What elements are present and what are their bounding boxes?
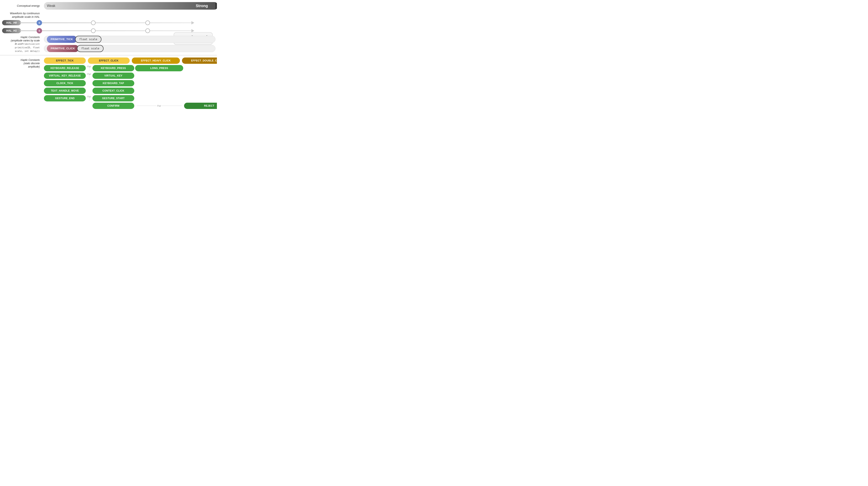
effect-double-click-pill[interactable]: EFFECT_DOUBLE_CLICK [182, 58, 217, 64]
context-click-pill[interactable]: CONTEXT_CLICK [92, 88, 134, 94]
effect-tick-pill[interactable]: EFFECT_TICK [44, 58, 86, 64]
section-divider [0, 55, 217, 56]
waveform-label-row: Waveform by continuousamplitude scale in… [0, 12, 217, 19]
pair-label-4: Pair [157, 104, 161, 107]
primitive-tick-pill-group: PRIMITIVE_TICK float scale [47, 36, 101, 43]
hal-h0-mid-dot-1 [91, 21, 96, 25]
primitive-click-pill-group: PRIMITIVE_CLICK float scale [47, 45, 103, 52]
pair-label-1: Pair [87, 65, 91, 68]
primitive-tick-row: PRIMITIVE_TICK float scale [44, 36, 215, 43]
energy-weak-label: Weak [47, 4, 55, 8]
hal-h0-track: S [20, 22, 191, 23]
effect-click-pill[interactable]: EFFECT_CLICK [88, 58, 130, 64]
waveform-label: Waveform by continuousamplitude scale in… [2, 12, 44, 19]
hal-h0-mid-dot-2 [145, 21, 150, 25]
primitive-tick-param: float scale [75, 36, 101, 43]
keyboard-press-pill[interactable]: KEYBOARD_PRESS [92, 65, 134, 71]
primitive-click-row: PRIMITIVE_CLICK float scale [44, 45, 215, 52]
hal-h1-row: HAL_H1 S [0, 28, 217, 34]
hal-h0-slider: S [20, 20, 217, 26]
gesture-start-pill[interactable]: GESTURE_START [92, 95, 134, 101]
keyboard-release-pill[interactable]: KEYBOARD_RELEASE [44, 65, 86, 71]
hal-h1-track: S [20, 30, 191, 31]
long-press-pill[interactable]: LONG_PRESS [135, 65, 183, 71]
haptic-bottom-label: Haptic Constants(static discreteamplitud… [2, 58, 44, 109]
hal-h0-row: HAL_H0 S Composeddouble click [0, 20, 217, 26]
reject-pill[interactable]: REJECT [184, 103, 217, 109]
hal-h1-mid-dot-2 [145, 28, 150, 33]
main-container: Conceptual energy Weak Strong Waveform b… [0, 0, 217, 111]
keyboard-tap-pill[interactable]: KEYBOARD_TAP [92, 80, 134, 86]
primitive-click-name: PRIMITIVE_CLICK [47, 45, 79, 52]
energy-bar-arrow [215, 2, 217, 10]
primitive-click-param: float scale [77, 45, 103, 52]
clock-tick-pill[interactable]: CLOCK_TICK [44, 80, 86, 86]
hal-h1-slider: S [20, 28, 217, 34]
conceptual-energy-label: Conceptual energy [2, 4, 44, 8]
hal-h0-label: HAL_H0 [2, 20, 21, 25]
gesture-end-pill[interactable]: GESTURE_END [44, 95, 86, 101]
virtual-key-pill[interactable]: VIRTUAL_KEY [92, 72, 134, 79]
hal-h1-arrow [191, 29, 194, 32]
hal-h0-arrow [191, 21, 194, 25]
text-handle-move-pill[interactable]: TEXT_HANDLE_MOVE [44, 88, 86, 94]
hal-h1-label: HAL_H1 [2, 28, 21, 33]
hal-h0-start-dot: S [37, 20, 42, 26]
haptic-bottom-section: Haptic Constants(static discreteamplitud… [0, 58, 217, 109]
pair-label-2: Pair [87, 73, 91, 75]
confirm-pill[interactable]: CONFIRM [92, 103, 134, 109]
hal-h1-mid-dot-1 [91, 28, 96, 33]
virtual-key-release-pill[interactable]: VIRTUAL_KEY_RELEASE [44, 72, 86, 79]
energy-strong-label: Strong [196, 4, 208, 8]
effect-heavy-click-pill[interactable]: EFFECT_HEAVY_CLICK [132, 58, 180, 64]
haptic-constants-top-label: Haptic Constants(amplitude varies by sca… [2, 36, 44, 53]
energy-bar-container: Weak Strong [44, 2, 217, 10]
hal-h1-start-dot: S [37, 28, 42, 33]
energy-gradient-bar: Weak Strong [44, 2, 215, 10]
primitive-tick-name: PRIMITIVE_TICK [47, 36, 77, 43]
conceptual-energy-row: Conceptual energy Weak Strong [0, 2, 217, 10]
pair-label-3: Pair [87, 96, 91, 98]
